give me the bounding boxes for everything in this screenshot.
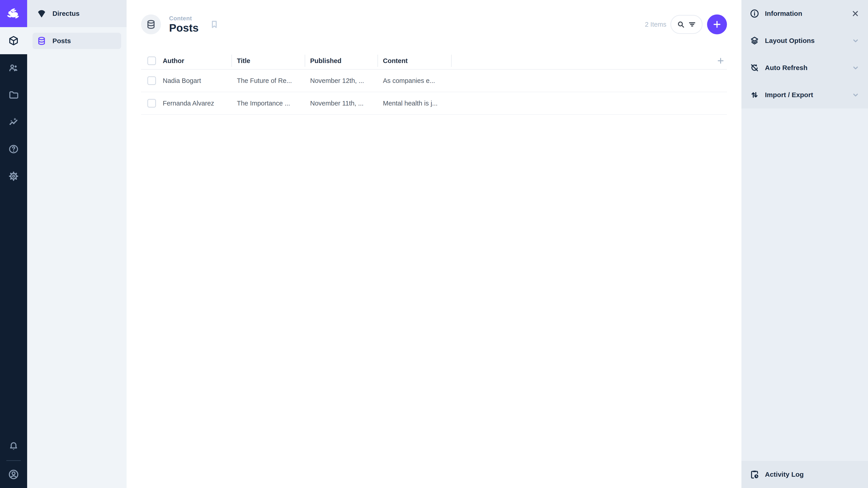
collection-icon-button[interactable] xyxy=(141,14,161,34)
sidebar-section-layout-options[interactable]: Layout Options xyxy=(741,27,868,54)
sidebar-section-label: Information xyxy=(765,10,802,18)
sidebar-section-import-export[interactable]: Import / Export xyxy=(741,81,868,108)
notifications-button[interactable] xyxy=(0,433,27,460)
title-block: Content Posts xyxy=(169,15,199,34)
column-header-published[interactable]: Published xyxy=(305,57,377,65)
module-bar-spacer xyxy=(0,190,27,433)
row-checkbox[interactable] xyxy=(147,99,156,107)
sidebar-section-information[interactable]: Information xyxy=(741,0,868,27)
bookmark-button[interactable] xyxy=(209,19,219,30)
info-icon xyxy=(749,8,760,19)
settings-icon xyxy=(8,171,19,182)
sidebar-section-label: Auto Refresh xyxy=(765,64,807,72)
module-insights[interactable] xyxy=(0,108,27,135)
database-icon xyxy=(37,36,46,46)
column-divider[interactable] xyxy=(377,55,378,67)
directus-app: Directus Posts xyxy=(0,0,868,488)
navigation-sidebar: Directus Posts xyxy=(27,0,127,488)
sync-disabled-icon xyxy=(749,63,760,73)
row-select-cell xyxy=(141,76,163,85)
nav-item-label: Posts xyxy=(53,37,71,45)
cell-content: Mental health is j... xyxy=(377,100,451,107)
cell-title: The Future of Re... xyxy=(231,77,305,85)
cell-published: November 11th, ... xyxy=(305,100,377,107)
sidebar-footer: Activity Log xyxy=(741,461,868,488)
sidebar-section-auto-refresh[interactable]: Auto Refresh xyxy=(741,54,868,81)
bookmark-icon xyxy=(209,19,219,30)
cell-author: Nadia Bogart xyxy=(163,77,231,85)
search-icon xyxy=(676,20,685,29)
add-column-button[interactable] xyxy=(716,56,725,65)
module-user-directory[interactable] xyxy=(0,54,27,81)
chevron-down-icon xyxy=(851,36,860,45)
table-row[interactable]: Nadia Bogart The Future of Re... Novembe… xyxy=(141,70,727,92)
cell-title: The Importance ... xyxy=(231,100,305,107)
column-divider[interactable] xyxy=(305,55,305,67)
column-header-author[interactable]: Author xyxy=(163,57,231,65)
chevron-down-icon xyxy=(851,64,860,72)
select-all-cell xyxy=(141,57,163,65)
close-sidebar-button[interactable] xyxy=(851,9,860,18)
table-header-row: Author Title Published Content xyxy=(141,53,727,70)
cell-content: As companies e... xyxy=(377,77,451,85)
module-documentation[interactable] xyxy=(0,135,27,163)
filter-button[interactable] xyxy=(688,20,697,29)
create-item-button[interactable] xyxy=(707,14,727,34)
expand-section-button[interactable] xyxy=(851,36,860,45)
chevron-down-icon xyxy=(851,91,860,99)
user-avatar-button[interactable] xyxy=(0,461,27,488)
close-icon xyxy=(851,9,860,18)
module-bar xyxy=(0,0,27,488)
cell-published: November 12th, ... xyxy=(305,77,377,85)
header-actions: 2 Items xyxy=(645,14,727,34)
plus-icon xyxy=(716,56,725,65)
activity-log-label: Activity Log xyxy=(765,470,804,478)
layers-icon xyxy=(749,36,760,46)
bell-icon xyxy=(8,441,19,452)
page-header: Content Posts 2 Items xyxy=(127,0,741,49)
users-icon xyxy=(8,62,19,73)
directus-logo[interactable] xyxy=(0,0,27,27)
user-circle-icon xyxy=(8,468,20,480)
activity-log-icon xyxy=(749,469,760,480)
item-count: 2 Items xyxy=(645,21,666,28)
search-filter-pill xyxy=(671,15,703,34)
column-header-content[interactable]: Content xyxy=(377,57,451,65)
collection-nav: Posts xyxy=(27,27,127,55)
search-button[interactable] xyxy=(676,20,685,29)
rabbit-logo-icon xyxy=(6,6,21,21)
nav-item-posts[interactable]: Posts xyxy=(33,33,121,49)
module-file-library[interactable] xyxy=(0,81,27,108)
project-switcher[interactable]: Directus xyxy=(27,0,127,27)
page-title: Posts xyxy=(169,22,199,34)
project-logo-icon xyxy=(37,8,46,19)
project-name: Directus xyxy=(53,10,80,18)
items-table: Author Title Published Content xyxy=(141,53,727,115)
sidebar-section-label: Import / Export xyxy=(765,91,813,99)
select-all-checkbox[interactable] xyxy=(147,57,156,65)
expand-section-button[interactable] xyxy=(851,91,860,99)
insights-icon xyxy=(8,117,19,127)
module-settings[interactable] xyxy=(0,163,27,190)
main-content: Content Posts 2 Items xyxy=(127,0,741,488)
table-row[interactable]: Fernanda Alvarez The Importance ... Nove… xyxy=(141,92,727,115)
filter-icon xyxy=(688,20,697,29)
folder-icon xyxy=(8,90,19,100)
help-icon xyxy=(8,144,19,155)
right-sidebar: Information Layou xyxy=(741,0,868,488)
column-header-title[interactable]: Title xyxy=(231,57,305,65)
database-icon xyxy=(146,19,156,30)
swap-vert-icon xyxy=(749,90,760,100)
activity-log-button[interactable]: Activity Log xyxy=(741,461,868,488)
column-divider[interactable] xyxy=(451,55,452,67)
expand-section-button[interactable] xyxy=(851,64,860,72)
cell-author: Fernanda Alvarez xyxy=(163,100,231,107)
row-select-cell xyxy=(141,99,163,107)
breadcrumb[interactable]: Content xyxy=(169,15,199,22)
column-divider[interactable] xyxy=(231,55,232,67)
module-content[interactable] xyxy=(0,27,27,54)
box-icon xyxy=(8,35,19,46)
row-checkbox[interactable] xyxy=(147,76,156,85)
sidebar-section-label: Layout Options xyxy=(765,37,815,44)
sidebar-body xyxy=(741,108,868,461)
